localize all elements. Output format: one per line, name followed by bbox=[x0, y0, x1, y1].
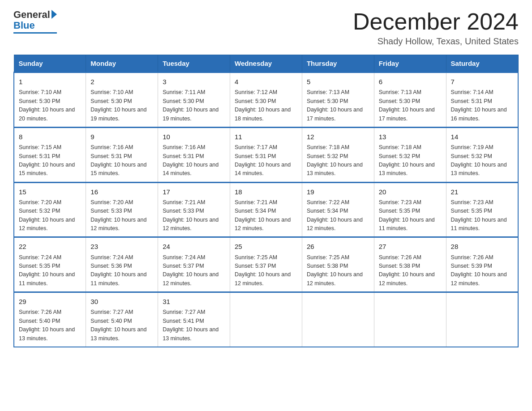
sunrise-text: Sunrise: 7:20 AM bbox=[90, 198, 153, 207]
sunset-text: Sunset: 5:38 PM bbox=[307, 262, 369, 270]
daylight-text: Daylight: 10 hours and 13 minutes. bbox=[19, 325, 81, 343]
sunrise-text: Sunrise: 7:25 AM bbox=[307, 253, 369, 262]
calendar-cell: 1Sunrise: 7:10 AMSunset: 5:30 PMDaylight… bbox=[14, 73, 86, 128]
daylight-text: Daylight: 10 hours and 12 minutes. bbox=[163, 216, 225, 233]
sunset-text: Sunset: 5:31 PM bbox=[451, 97, 513, 106]
sunrise-text: Sunrise: 7:27 AM bbox=[90, 308, 153, 317]
title-section: December 2024 Shady Hollow, Texas, Unite… bbox=[353, 9, 519, 47]
sunrise-text: Sunrise: 7:24 AM bbox=[19, 253, 81, 262]
sunset-text: Sunset: 5:30 PM bbox=[379, 97, 442, 106]
calendar-cell: 7Sunrise: 7:14 AMSunset: 5:31 PMDaylight… bbox=[446, 73, 518, 128]
logo-general-text: General bbox=[13, 9, 50, 21]
calendar-cell bbox=[374, 292, 446, 347]
sunrise-text: Sunrise: 7:26 AM bbox=[451, 253, 513, 262]
calendar-cell: 9Sunrise: 7:16 AMSunset: 5:31 PMDaylight… bbox=[86, 127, 158, 182]
sunrise-text: Sunrise: 7:24 AM bbox=[90, 253, 153, 262]
sunset-text: Sunset: 5:35 PM bbox=[19, 262, 81, 270]
sunset-text: Sunset: 5:39 PM bbox=[451, 262, 513, 270]
daylight-text: Daylight: 10 hours and 16 minutes. bbox=[451, 106, 513, 123]
day-number: 20 bbox=[379, 187, 442, 197]
sunrise-text: Sunrise: 7:25 AM bbox=[235, 253, 297, 262]
day-number: 26 bbox=[307, 241, 369, 252]
header-friday: Friday bbox=[374, 55, 446, 73]
calendar-cell: 26Sunrise: 7:25 AMSunset: 5:38 PMDayligh… bbox=[302, 237, 374, 292]
page-header: General Blue December 2024 Shady Hollow,… bbox=[13, 9, 519, 47]
sunset-text: Sunset: 5:35 PM bbox=[379, 207, 442, 215]
sunrise-text: Sunrise: 7:20 AM bbox=[19, 198, 81, 207]
day-number: 25 bbox=[235, 241, 297, 252]
day-number: 5 bbox=[307, 77, 369, 87]
calendar-cell: 17Sunrise: 7:21 AMSunset: 5:33 PMDayligh… bbox=[158, 182, 230, 237]
logo-underline bbox=[13, 32, 57, 34]
day-number: 23 bbox=[90, 241, 153, 252]
day-number: 11 bbox=[235, 132, 297, 142]
calendar-cell: 25Sunrise: 7:25 AMSunset: 5:37 PMDayligh… bbox=[230, 237, 302, 292]
daylight-text: Daylight: 10 hours and 11 minutes. bbox=[90, 270, 153, 288]
sunrise-text: Sunrise: 7:13 AM bbox=[307, 88, 369, 97]
daylight-text: Daylight: 10 hours and 18 minutes. bbox=[235, 106, 297, 123]
day-number: 22 bbox=[19, 241, 81, 252]
sunrise-text: Sunrise: 7:10 AM bbox=[90, 88, 153, 97]
sunrise-text: Sunrise: 7:26 AM bbox=[379, 253, 442, 262]
sunset-text: Sunset: 5:30 PM bbox=[19, 97, 81, 106]
week-row-1: 1Sunrise: 7:10 AMSunset: 5:30 PMDaylight… bbox=[14, 73, 518, 128]
calendar-cell: 16Sunrise: 7:20 AMSunset: 5:33 PMDayligh… bbox=[86, 182, 158, 237]
calendar-cell: 29Sunrise: 7:26 AMSunset: 5:40 PMDayligh… bbox=[14, 292, 86, 347]
daylight-text: Daylight: 10 hours and 12 minutes. bbox=[451, 270, 513, 288]
daylight-text: Daylight: 10 hours and 17 minutes. bbox=[379, 106, 442, 123]
sunset-text: Sunset: 5:30 PM bbox=[235, 97, 297, 106]
header-sunday: Sunday bbox=[14, 55, 86, 73]
calendar-cell: 15Sunrise: 7:20 AMSunset: 5:32 PMDayligh… bbox=[14, 182, 86, 237]
daylight-text: Daylight: 10 hours and 15 minutes. bbox=[19, 161, 81, 178]
daylight-text: Daylight: 10 hours and 13 minutes. bbox=[163, 325, 225, 343]
calendar-cell: 12Sunrise: 7:18 AMSunset: 5:32 PMDayligh… bbox=[302, 127, 374, 182]
calendar-cell: 23Sunrise: 7:24 AMSunset: 5:36 PMDayligh… bbox=[86, 237, 158, 292]
calendar-cell: 3Sunrise: 7:11 AMSunset: 5:30 PMDaylight… bbox=[158, 73, 230, 128]
calendar-cell: 11Sunrise: 7:17 AMSunset: 5:31 PMDayligh… bbox=[230, 127, 302, 182]
sunset-text: Sunset: 5:32 PM bbox=[451, 152, 513, 161]
calendar-cell: 22Sunrise: 7:24 AMSunset: 5:35 PMDayligh… bbox=[14, 237, 86, 292]
daylight-text: Daylight: 10 hours and 20 minutes. bbox=[19, 106, 81, 123]
header-tuesday: Tuesday bbox=[158, 55, 230, 73]
calendar-cell: 20Sunrise: 7:23 AMSunset: 5:35 PMDayligh… bbox=[374, 182, 446, 237]
calendar-cell: 2Sunrise: 7:10 AMSunset: 5:30 PMDaylight… bbox=[86, 73, 158, 128]
calendar-cell: 31Sunrise: 7:27 AMSunset: 5:41 PMDayligh… bbox=[158, 292, 230, 347]
sunset-text: Sunset: 5:30 PM bbox=[90, 97, 153, 106]
day-number: 14 bbox=[451, 132, 513, 142]
sunset-text: Sunset: 5:32 PM bbox=[307, 152, 369, 161]
day-number: 3 bbox=[163, 77, 225, 87]
day-number: 28 bbox=[451, 241, 513, 252]
week-row-4: 22Sunrise: 7:24 AMSunset: 5:35 PMDayligh… bbox=[14, 237, 518, 292]
calendar-cell: 24Sunrise: 7:24 AMSunset: 5:37 PMDayligh… bbox=[158, 237, 230, 292]
week-row-2: 8Sunrise: 7:15 AMSunset: 5:31 PMDaylight… bbox=[14, 127, 518, 182]
sunset-text: Sunset: 5:37 PM bbox=[235, 262, 297, 270]
daylight-text: Daylight: 10 hours and 11 minutes. bbox=[451, 216, 513, 233]
day-number: 12 bbox=[307, 132, 369, 142]
day-number: 7 bbox=[451, 77, 513, 87]
day-number: 17 bbox=[163, 187, 225, 197]
daylight-text: Daylight: 10 hours and 17 minutes. bbox=[307, 106, 369, 123]
sunrise-text: Sunrise: 7:22 AM bbox=[307, 198, 369, 207]
calendar-cell: 5Sunrise: 7:13 AMSunset: 5:30 PMDaylight… bbox=[302, 73, 374, 128]
sunset-text: Sunset: 5:35 PM bbox=[451, 207, 513, 215]
calendar-cell: 30Sunrise: 7:27 AMSunset: 5:40 PMDayligh… bbox=[86, 292, 158, 347]
sunrise-text: Sunrise: 7:23 AM bbox=[379, 198, 442, 207]
day-number: 1 bbox=[19, 77, 81, 87]
sunset-text: Sunset: 5:32 PM bbox=[379, 152, 442, 161]
sunset-text: Sunset: 5:40 PM bbox=[19, 317, 81, 325]
sunset-text: Sunset: 5:30 PM bbox=[163, 97, 225, 106]
sunset-text: Sunset: 5:40 PM bbox=[90, 317, 153, 325]
sunset-text: Sunset: 5:33 PM bbox=[163, 207, 225, 215]
day-number: 27 bbox=[379, 241, 442, 252]
calendar-cell bbox=[230, 292, 302, 347]
calendar-cell: 21Sunrise: 7:23 AMSunset: 5:35 PMDayligh… bbox=[446, 182, 518, 237]
daylight-text: Daylight: 10 hours and 12 minutes. bbox=[307, 270, 369, 288]
sunrise-text: Sunrise: 7:18 AM bbox=[379, 143, 442, 152]
daylight-text: Daylight: 10 hours and 12 minutes. bbox=[379, 270, 442, 288]
day-number: 31 bbox=[163, 296, 225, 307]
day-number: 13 bbox=[379, 132, 442, 142]
calendar-cell: 28Sunrise: 7:26 AMSunset: 5:39 PMDayligh… bbox=[446, 237, 518, 292]
daylight-text: Daylight: 10 hours and 14 minutes. bbox=[235, 161, 297, 178]
calendar-cell: 19Sunrise: 7:22 AMSunset: 5:34 PMDayligh… bbox=[302, 182, 374, 237]
sunset-text: Sunset: 5:38 PM bbox=[379, 262, 442, 270]
